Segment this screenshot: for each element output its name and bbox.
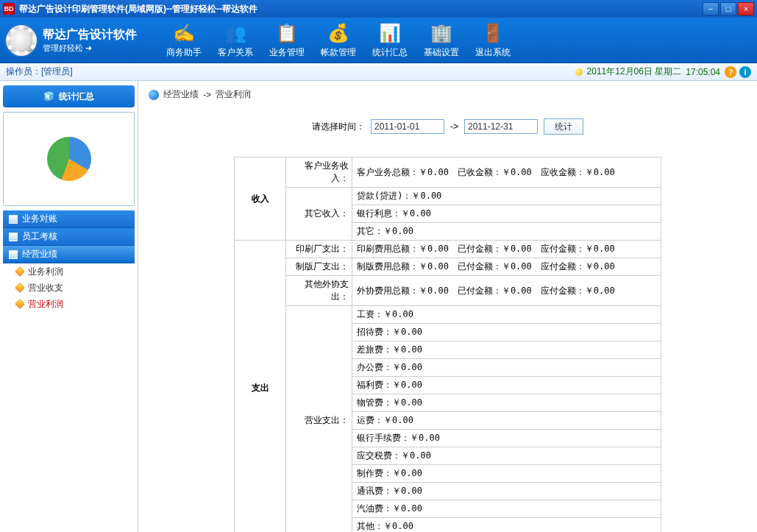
close-button[interactable]: × (738, 2, 754, 15)
logo: 帮达广告设计软件 管理好轻松 ➜ (6, 25, 137, 56)
bullet-icon (15, 266, 25, 277)
nav-employee-assess[interactable]: 员工考核 (3, 228, 135, 246)
status-bar: 操作员：[管理员] 2011年12月06日 星期二 17:05:04 ? i (0, 63, 757, 81)
subnav-label: 营业利润 (28, 298, 63, 311)
toolbar-icon: 🏢 (430, 21, 453, 45)
help-icon[interactable]: ? (725, 66, 736, 78)
cell: 银行利息：￥0.00 (352, 205, 661, 223)
main-toolbar: 帮达广告设计软件 管理好轻松 ➜ ✍商务助手👥客户关系📋业务管理💰帐款管理📊统计… (0, 18, 757, 63)
toolbar-icon: 💰 (327, 21, 350, 45)
clock-icon (575, 68, 583, 76)
info-icon[interactable]: i (739, 66, 751, 78)
window-title: 帮达广告设计印刷管理软件(局域网版)--管理好轻松--帮达软件 (19, 3, 703, 15)
subnav-operating-profit[interactable]: 营业利润 (3, 296, 135, 312)
toolbar-label: 客户关系 (218, 46, 253, 59)
logo-subtitle: 管理好轻松 ➜ (43, 43, 137, 54)
cell: 办公费：￥0.00 (352, 359, 661, 377)
cell: 制版厂支出： (286, 258, 352, 276)
cell: 其它收入： (286, 188, 352, 241)
toolbar-label: 基础设置 (424, 46, 459, 59)
toolbar-button[interactable]: 📋业务管理 (269, 21, 305, 59)
app-icon: BD (3, 3, 15, 15)
toolbar-label: 退出系统 (475, 46, 511, 59)
sidebar-header: 🧊 统计汇总 (3, 85, 135, 107)
stats-button[interactable]: 统计 (544, 118, 583, 135)
status-date: 2011年12月06日 星期二 (587, 65, 682, 78)
logo-title: 帮达广告设计软件 (43, 27, 137, 43)
breadcrumb-a: 经营业绩 (163, 88, 199, 101)
toolbar-button[interactable]: ✍商务助手 (166, 21, 202, 59)
cell: 汽油费：￥0.00 (352, 500, 661, 518)
cell: 制作费：￥0.00 (352, 465, 661, 483)
sidebar-image (3, 112, 135, 206)
window-buttons: − □ × (703, 2, 754, 15)
operator-value: [管理员] (41, 66, 73, 77)
cube-icon (9, 215, 18, 224)
cube-icon (9, 250, 18, 259)
cell: 印刷厂支出： (286, 241, 352, 258)
nav-business-recon[interactable]: 业务对账 (3, 210, 135, 228)
toolbar-button[interactable]: 💰帐款管理 (321, 21, 356, 59)
toolbar-button[interactable]: 🏢基础设置 (424, 21, 459, 59)
toolbar-icon: 📊 (378, 21, 402, 45)
date-to-input[interactable] (464, 119, 538, 134)
minimize-button[interactable]: − (703, 2, 719, 15)
sidebar: 🧊 统计汇总 业务对账 员工考核 经营业绩 业务利润 营业收支 营业利润 (0, 81, 138, 532)
cube-icon (9, 233, 18, 241)
cell: 福利费：￥0.00 (352, 377, 661, 394)
cell: 制版费用总额：￥0.00 已付金额：￥0.00 应付金额：￥0.00 (352, 258, 661, 276)
cell: 营业支出： (286, 306, 352, 533)
cell: 银行手续费：￥0.00 (352, 430, 661, 447)
cell: 其他：￥0.00 (352, 518, 661, 533)
toolbar-icon: ✍ (172, 21, 196, 45)
cell: 外协费用总额：￥0.00 已付金额：￥0.00 应付金额：￥0.00 (352, 276, 661, 306)
nav-business-perf[interactable]: 经营业绩 (3, 246, 135, 263)
breadcrumb-b: 营业利润 (216, 88, 251, 101)
toolbar-icon: 📋 (275, 21, 299, 45)
cube-icon: 🧊 (43, 91, 54, 102)
bullet-icon (15, 283, 25, 293)
cell: 客户业务总额：￥0.00 已收金额：￥0.00 应收金额：￥0.00 (352, 157, 661, 188)
subnav-revenue-expense[interactable]: 营业收支 (3, 280, 135, 296)
maximize-button[interactable]: □ (720, 2, 736, 15)
cell: 运费：￥0.00 (352, 412, 661, 430)
toolbar-label: 商务助手 (166, 46, 202, 59)
filter-row: 请选择时间： -> 统计 (149, 118, 747, 135)
cell: 收入 (235, 157, 286, 241)
toolbar-button[interactable]: 🚪退出系统 (475, 21, 511, 59)
cell: 招待费：￥0.00 (352, 324, 661, 341)
filter-label: 请选择时间： (312, 121, 365, 133)
subnav-label: 业务利润 (28, 266, 63, 278)
cell: 其他外协支出： (286, 276, 352, 306)
cell: 物管费：￥0.00 (352, 394, 661, 412)
main-area: 🧊 统计汇总 业务对账 员工考核 经营业绩 业务利润 营业收支 营业利润 经营业… (0, 81, 757, 532)
content-area: 经营业绩 -> 营业利润 请选择时间： -> 统计 收入客户业务收入：客户业务总… (138, 81, 757, 532)
titlebar: BD 帮达广告设计印刷管理软件(局域网版)--管理好轻松--帮达软件 − □ × (0, 0, 757, 18)
cell: 差旅费：￥0.00 (352, 341, 661, 359)
toolbar-button[interactable]: 📊统计汇总 (372, 21, 408, 59)
cell: 其它：￥0.00 (352, 223, 661, 241)
subnav-label: 营业收支 (28, 282, 63, 294)
cell: 贷款(贷进)：￥0.00 (352, 188, 661, 205)
globe-icon (149, 90, 159, 100)
date-from-input[interactable] (371, 119, 444, 134)
pie-chart-icon (47, 137, 91, 181)
toolbar-label: 统计汇总 (372, 46, 408, 59)
cell: 应交税费：￥0.00 (352, 447, 661, 465)
toolbar-label: 业务管理 (269, 46, 305, 59)
cell: 客户业务收入： (286, 157, 352, 188)
cell: 支出 (235, 241, 286, 533)
profit-table: 收入客户业务收入：客户业务总额：￥0.00 已收金额：￥0.00 应收金额：￥0… (234, 157, 661, 532)
breadcrumb-sep: -> (203, 90, 211, 100)
filter-arrow: -> (450, 121, 458, 132)
status-time: 17:05:04 (686, 67, 720, 77)
nav-label: 业务对账 (22, 213, 57, 225)
cell: 工资：￥0.00 (352, 306, 661, 324)
subnav-business-profit[interactable]: 业务利润 (3, 263, 135, 280)
nav-label: 经营业绩 (22, 248, 57, 260)
toolbar-button[interactable]: 👥客户关系 (218, 21, 253, 59)
toolbar-icon: 👥 (224, 21, 247, 45)
bullet-icon (15, 299, 25, 309)
toolbar-label: 帐款管理 (321, 46, 356, 59)
sidebar-header-label: 统计汇总 (59, 91, 94, 103)
